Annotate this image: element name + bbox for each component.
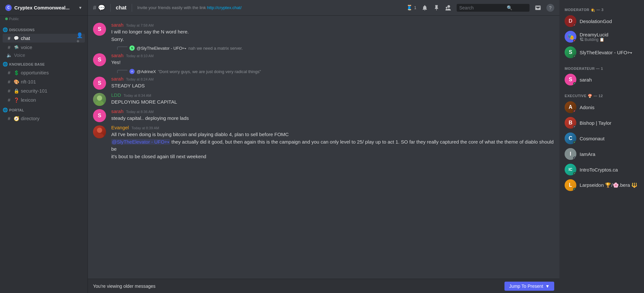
sidebar-item-chat[interactable]: # 💬 chat 👤+	[3, 34, 85, 43]
server-header[interactable]: C Cryptex Commonweal... ▼	[0, 0, 87, 16]
list-item[interactable]: B Bishop | Taylor	[562, 115, 641, 131]
message-content-reply: S @SlyTheElevator - UFO🗝 nah we need a m…	[116, 45, 554, 51]
avatar: B	[565, 117, 576, 129]
message-author: sarah	[111, 76, 124, 82]
message-content: sarah Today at 7:58 AM I will no longer …	[111, 22, 554, 43]
jump-to-present-button[interactable]: Jump To Present ▼	[504, 282, 554, 291]
chevron-down-icon: ▼	[78, 6, 82, 10]
status-dot	[573, 125, 576, 129]
topbar-hash-icon: # 💬	[93, 4, 105, 11]
reply-indent2	[93, 69, 111, 75]
table-row: S sarah Today at 8:10 AM Yes!	[88, 53, 559, 68]
status-dot	[573, 24, 576, 27]
topbar-channel-icons: # 💬	[93, 4, 105, 11]
member-name: Larpseidon 🏆/🌸.bera 🔱	[580, 182, 639, 188]
hash-icon-sec: #	[7, 88, 12, 94]
chat-bubble-icon: 💬	[14, 36, 19, 41]
message-timestamp: Today at 8:24 AM	[126, 77, 154, 81]
invite-link[interactable]: http://cryptex.chat/	[207, 5, 242, 10]
topbar-invite-text: Invite your friends easily with the link…	[137, 5, 402, 10]
message-author: LDD	[111, 92, 121, 98]
members-sidebar: MODERATOR 🧑‍⚖️ — 3 D DesolationGod 🎭 Dre…	[559, 0, 644, 293]
section-knowledge-base: 🌐 KNOWLEDGE BASE # 💲 opportunities # 🎨 n…	[0, 60, 87, 104]
members-list-icon[interactable]	[445, 5, 451, 11]
sidebar-item-lexicon[interactable]: # ❓ lexicon	[3, 96, 85, 104]
avatar: C	[565, 133, 576, 144]
reply-text: nah we need a matrix server.	[188, 46, 243, 51]
hash-icon-voice: #	[7, 45, 12, 50]
message-author: sarah	[111, 108, 124, 114]
members-count: 1	[414, 6, 416, 10]
topbar-channel-name: chat	[116, 5, 127, 11]
section-header-knowledge[interactable]: 🌐 KNOWLEDGE BASE	[0, 60, 87, 68]
help-icon[interactable]: ?	[546, 4, 554, 12]
inbox-icon[interactable]	[535, 5, 541, 11]
member-name: DreamyLucid	[580, 32, 639, 37]
svg-point-3	[97, 128, 102, 133]
sidebar-item-nft101[interactable]: # 🎨 nft-101	[3, 77, 85, 86]
table-row: A @AdrineX "Dont worry guys, we are just…	[88, 68, 559, 76]
list-item[interactable]: C Cosmonaut	[562, 131, 641, 146]
compass-icon: 🧭	[14, 116, 19, 121]
avatar: D	[565, 15, 576, 27]
reply-avatar: S	[129, 45, 135, 51]
sidebar-item-directory[interactable]: # 🧭 directory	[3, 114, 85, 123]
mention-sly[interactable]: @SlyTheElevator - UFO🗝	[111, 139, 170, 145]
message-content: sarah Today at 8:36 AM steady capital.. …	[111, 108, 554, 122]
list-item[interactable]: I IamAra	[562, 146, 641, 162]
bottom-banner: You're viewing older messages Jump To Pr…	[88, 279, 559, 293]
avatar: S	[565, 74, 576, 85]
list-item[interactable]: S SlyTheElevator - UFO🗝	[562, 45, 641, 60]
hash-icon: #	[7, 36, 12, 41]
section-header-portal[interactable]: 🌐 PORTAL	[0, 106, 87, 114]
list-item[interactable]: 🎭 DreamyLucid 🏗 Building 📋	[562, 29, 641, 45]
add-member-icon[interactable]: 👤+	[77, 36, 82, 41]
question-icon: ❓	[14, 97, 19, 103]
dollar-icon: 💲	[14, 70, 19, 75]
topbar-separator2	[132, 4, 132, 12]
list-item[interactable]: D DesolationGod	[562, 13, 641, 29]
message-text: steady capital.. deploying more lads	[111, 115, 554, 122]
message-content: sarah Today at 8:10 AM Yes!	[111, 53, 554, 66]
list-item[interactable]: A Adonis	[562, 99, 641, 115]
section-header-discussions[interactable]: 🌐 DISCUSSIONS	[0, 25, 87, 33]
message-text: I will no longer say the N word here. So…	[111, 28, 554, 43]
lock-icon: 🔒	[14, 88, 19, 94]
member-name: Adonis	[580, 105, 639, 110]
sidebar-item-voice[interactable]: # 🛸 voice	[3, 43, 85, 52]
member-name: Cosmonaut	[580, 136, 639, 141]
avatar: S	[565, 46, 576, 58]
message-header: sarah Today at 7:58 AM	[111, 22, 554, 28]
status-dot	[573, 55, 576, 58]
member-name: SlyTheElevator - UFO🗝	[580, 50, 639, 55]
member-name: IntroToCryptos.ca	[580, 167, 639, 172]
members-count-button[interactable]: 🧵 1	[406, 5, 416, 11]
search-box[interactable]: 🔍	[457, 4, 530, 12]
list-item[interactable]: S sarah	[562, 72, 641, 87]
search-input[interactable]	[459, 5, 505, 10]
globe-icon-kb: 🌐	[3, 62, 8, 67]
list-item[interactable]: L Larpseidon 🏆/🌸.bera 🔱	[562, 177, 641, 193]
sidebar-item-voice2[interactable]: 🔈 Voice	[0, 52, 87, 58]
palette-icon: 🎨	[14, 79, 19, 84]
message-text: Yes!	[111, 59, 554, 66]
pin-icon[interactable]	[433, 5, 440, 11]
globe-icon-portal: 🌐	[3, 108, 8, 112]
status-dot	[573, 188, 576, 191]
member-info: DreamyLucid 🏗 Building 📋	[580, 32, 639, 42]
section-title-mooderateur: MOODERATEUR — 1	[562, 64, 641, 72]
svg-point-2	[95, 101, 104, 106]
table-row: S sarah Today at 8:36 AM steady capital.…	[88, 107, 559, 123]
notification-bell-icon[interactable]	[422, 5, 428, 11]
status-dot	[573, 172, 576, 175]
list-item[interactable]: IC IntroToCryptos.ca	[562, 162, 641, 177]
avatar: L	[565, 179, 576, 191]
section-discussions: 🌐 DISCUSSIONS # 💬 chat 👤+ # 🛸 voice 🔈 Vo…	[0, 25, 87, 58]
message-content: LDD Today at 8:34 AM DEPLOYING MORE CAPI…	[111, 92, 554, 106]
member-info: IntroToCryptos.ca	[580, 167, 639, 172]
sidebar-item-security101[interactable]: # 🔒 security-101	[3, 86, 85, 95]
message-content-reply2: A @AdrineX "Dont worry guys, we are just…	[116, 69, 554, 75]
sidebar-item-opportunities[interactable]: # 💲 opportunities	[3, 68, 85, 77]
table-row: S sarah Today at 7:58 AM I will no longe…	[88, 21, 559, 44]
ufo-icon: 🛸	[14, 45, 19, 50]
